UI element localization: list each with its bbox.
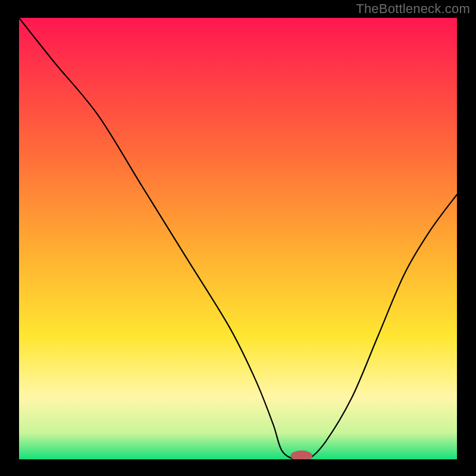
watermark-text: TheBottleneck.com — [356, 1, 470, 17]
chart-svg — [19, 18, 457, 459]
gradient-background — [19, 18, 457, 459]
plot-area — [19, 18, 457, 459]
chart-frame: TheBottleneck.com — [0, 0, 476, 476]
